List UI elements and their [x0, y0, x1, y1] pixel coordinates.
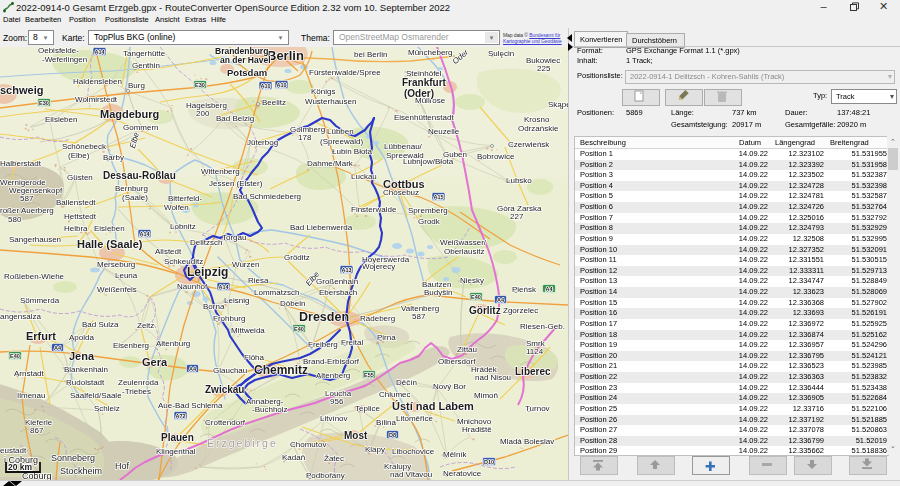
- svg-text:nad Nisou: nad Nisou: [475, 373, 511, 382]
- svg-text:Hettstedt: Hettstedt: [64, 212, 97, 221]
- svg-text:E40: E40: [471, 294, 481, 300]
- svg-text:Lubnjow/Błota: Lubnjow/Błota: [403, 157, 454, 166]
- svg-text:Altenburg: Altenburg: [156, 339, 190, 348]
- svg-text:Bad Sulza: Bad Sulza: [82, 320, 119, 329]
- svg-text:Teplice: Teplice: [355, 404, 380, 413]
- svg-text:Borna: Borna: [203, 302, 225, 311]
- svg-text:Sömmerda: Sömmerda: [20, 296, 60, 305]
- svg-text:Eisenberg: Eisenberg: [113, 341, 149, 350]
- svg-text:Radeberg: Radeberg: [360, 314, 395, 323]
- svg-text:Mělník: Mělník: [443, 450, 468, 459]
- svg-text:Magdeburg: Magdeburg: [100, 108, 159, 120]
- svg-text:Zeitz: Zeitz: [137, 321, 154, 330]
- svg-text:Saalfeld/Saale: Saalfeld/Saale: [70, 391, 122, 400]
- svg-text:Apolda: Apolda: [69, 333, 94, 342]
- svg-text:Frohburg: Frohburg: [213, 314, 245, 323]
- svg-text:Litvínov: Litvínov: [320, 414, 348, 423]
- svg-text:Delitzsch: Delitzsch: [190, 238, 222, 247]
- svg-text:Schleiz: Schleiz: [94, 404, 120, 413]
- svg-text:Weißwasser/: Weißwasser/: [440, 238, 487, 247]
- svg-text:Döbeln: Döbeln: [280, 299, 305, 308]
- svg-text:Wolfen: Wolfen: [164, 203, 189, 212]
- svg-text:Wojerecy: Wojerecy: [362, 262, 395, 271]
- svg-text:Aue-Bad Schlema: Aue-Bad Schlema: [158, 401, 223, 410]
- svg-text:roßer Auerberg: roßer Auerberg: [0, 206, 54, 215]
- svg-text:Pieńsk: Pieńsk: [512, 285, 537, 294]
- svg-text:Stockheim: Stockheim: [60, 466, 102, 476]
- svg-text:schweig: schweig: [0, 84, 43, 96]
- svg-text:Crottendorf: Crottendorf: [205, 418, 246, 427]
- svg-text:Gera: Gera: [142, 356, 168, 368]
- svg-text:Brand-Erbisdorf: Brand-Erbisdorf: [303, 357, 360, 366]
- svg-text:Jessen (Elster): Jessen (Elster): [209, 179, 263, 188]
- svg-text:Müncheberg: Müncheberg: [408, 48, 452, 57]
- svg-text:A13: A13: [341, 267, 351, 273]
- svg-text:Neratovice: Neratovice: [443, 469, 482, 478]
- svg-text:Zittau: Zittau: [457, 345, 477, 354]
- svg-text:Lobnitz: Lobnitz: [170, 222, 196, 231]
- svg-text:Oebisfelde-: Oebisfelde-: [38, 47, 79, 55]
- svg-text:A4: A4: [54, 345, 62, 351]
- svg-text:Wurzen: Wurzen: [232, 260, 259, 269]
- svg-text:Gröditz: Gröditz: [284, 253, 310, 262]
- svg-text:Finsterwalde: Finsterwalde: [351, 205, 397, 214]
- svg-text:Güsten: Güsten: [67, 173, 93, 182]
- svg-text:Pirna: Pirna: [377, 333, 396, 342]
- svg-text:Kadaň: Kadaň: [282, 453, 305, 462]
- svg-text:Turnov: Turnov: [525, 404, 550, 413]
- svg-text:Budyšin: Budyšin: [424, 288, 452, 297]
- svg-text:Sulęcin: Sulęcin: [488, 49, 514, 58]
- svg-text:Görlitz: Görlitz: [469, 305, 501, 316]
- svg-text:angensalza: angensalza: [0, 312, 41, 321]
- svg-text:Fürstenwalde/Spree: Fürstenwalde/Spree: [309, 68, 381, 77]
- svg-text:Berlin: Berlin: [267, 48, 304, 63]
- svg-text:1124: 1124: [526, 347, 544, 356]
- svg-text:Dahme/Mark: Dahme/Mark: [307, 159, 354, 168]
- svg-text:Chlumec: Chlumec: [379, 390, 411, 399]
- svg-text:A14: A14: [218, 284, 229, 290]
- svg-text:Klapy: Klapy: [365, 445, 385, 454]
- svg-text:Großenhain: Großenhain: [316, 277, 358, 286]
- svg-text:Ballenstedt: Ballenstedt: [56, 198, 96, 207]
- svg-text:Naunhof: Naunhof: [177, 282, 208, 291]
- svg-text:225: 225: [537, 64, 551, 73]
- svg-text:Dresden: Dresden: [299, 310, 349, 324]
- svg-text:Roßleben-Wiehe: Roßleben-Wiehe: [4, 272, 65, 281]
- svg-text:(Elbe): (Elbe): [68, 151, 90, 160]
- svg-text:Bobrowice: Bobrowice: [477, 152, 515, 161]
- svg-text:Lommatzsch: Lommatzsch: [254, 288, 299, 297]
- svg-text:-Buchholz: -Buchholz: [252, 405, 288, 414]
- svg-text:E40: E40: [10, 353, 20, 359]
- svg-text:Bad Belzig: Bad Belzig: [216, 114, 254, 123]
- svg-text:Sangerhausen: Sangerhausen: [9, 235, 61, 244]
- svg-text:Eisenhüttenstadt: Eisenhüttenstadt: [394, 113, 454, 122]
- svg-text:Dessau-Roßlau: Dessau-Roßlau: [103, 170, 176, 181]
- svg-text:Tangerhütte: Tangerhütte: [123, 49, 166, 58]
- svg-text:Bad Liebenwerda: Bad Liebenwerda: [290, 223, 353, 232]
- svg-text:Litoměřice: Litoměřice: [396, 414, 433, 423]
- svg-text:Niesky: Niesky: [460, 276, 484, 285]
- svg-text:Riesen-Geb.: Riesen-Geb.: [520, 322, 565, 331]
- svg-text:Nový Bor: Nový Bor: [433, 382, 466, 391]
- svg-text:587: 587: [20, 194, 34, 203]
- svg-text:Halle (Saale): Halle (Saale): [77, 238, 143, 250]
- svg-text:E30: E30: [195, 82, 205, 88]
- svg-text:Chomutov: Chomutov: [290, 440, 326, 449]
- svg-text:Glauchau: Glauchau: [213, 366, 247, 375]
- svg-text:580: 580: [8, 215, 22, 224]
- svg-text:Mittweida: Mittweida: [231, 326, 265, 335]
- svg-text:Zwickau: Zwickau: [205, 384, 244, 395]
- svg-text:867: 867: [30, 426, 44, 435]
- svg-text:Bernburg: Bernburg: [115, 184, 148, 193]
- svg-text:(Oder): (Oder): [404, 88, 434, 99]
- svg-text:(Saale): (Saale): [122, 193, 148, 202]
- svg-text:Bad Schmiedeberg: Bad Schmiedeberg: [233, 192, 301, 201]
- svg-text:200: 200: [196, 109, 210, 118]
- svg-text:Bílina: Bílina: [376, 418, 397, 427]
- svg-text:eustadt: eustadt: [0, 446, 27, 455]
- svg-text:Hof: Hof: [115, 461, 130, 471]
- svg-text:bei Berlin: bei Berlin: [354, 50, 387, 59]
- svg-text:Freiberg: Freiberg: [308, 340, 338, 349]
- svg-text:Bitterfeld-: Bitterfeld-: [168, 194, 203, 203]
- svg-text:A14: A14: [94, 49, 105, 55]
